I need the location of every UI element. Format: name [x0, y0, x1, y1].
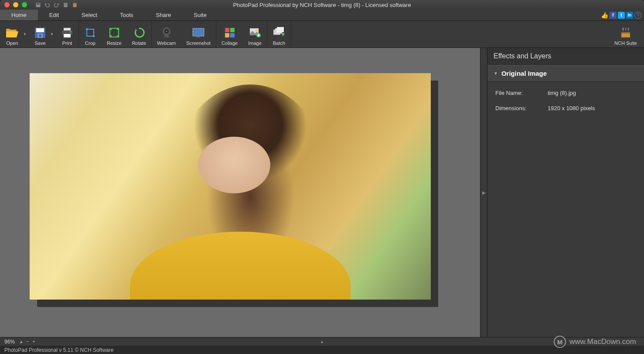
save-dropdown[interactable]: ▼ — [50, 22, 54, 47]
image-canvas[interactable] — [30, 73, 431, 300]
rotate-label: Rotate — [132, 40, 146, 46]
svg-rect-22 — [193, 28, 204, 36]
collage-label: Collage — [221, 40, 238, 46]
folder-open-icon — [5, 26, 19, 39]
tab-select[interactable]: Select — [70, 10, 109, 20]
undo-icon[interactable] — [44, 2, 51, 8]
panel-title: Effects and Layers — [487, 48, 644, 65]
webcam-label: Webcam — [157, 40, 176, 46]
save-label: Save — [34, 40, 45, 46]
facebook-icon[interactable]: f — [610, 12, 617, 19]
dimensions-row: Dimensions: 1920 x 1080 pixels — [487, 101, 644, 116]
resize-label: Resize — [107, 40, 122, 46]
canvas-area[interactable] — [0, 48, 480, 337]
svg-rect-1 — [37, 3, 40, 4]
svg-rect-13 — [64, 34, 71, 37]
workspace: ▶ Effects and Layers ▼ Original Image Fi… — [0, 48, 644, 337]
svg-rect-27 — [230, 33, 235, 37]
image-button[interactable]: Image — [243, 22, 267, 47]
ribbon-toolbar: Open ▼ Save ▼ Print Crop Resize Rotate W… — [0, 21, 644, 48]
help-icon[interactable]: ? — [634, 12, 641, 19]
webcam-button[interactable]: Webcam — [152, 22, 181, 47]
screenshot-label: Screenshot — [186, 40, 211, 46]
titlebar: PhotoPad Professional by NCH Software - … — [0, 0, 644, 10]
save-icon — [34, 26, 46, 39]
close-window-button[interactable] — [4, 2, 10, 7]
tab-tools[interactable]: Tools — [109, 10, 144, 20]
print-label: Print — [62, 40, 72, 46]
file-name-label: File Name: — [495, 90, 548, 96]
tab-share[interactable]: Share — [145, 10, 183, 20]
crop-label: Crop — [85, 40, 95, 46]
rotate-icon — [133, 26, 145, 39]
image-label: Image — [248, 40, 262, 46]
twitter-icon[interactable]: t — [618, 12, 625, 19]
batch-icon — [273, 26, 286, 39]
svg-point-10 — [39, 34, 41, 37]
zoom-fit-icon[interactable]: ▴ — [20, 339, 23, 344]
maximize-window-button[interactable] — [22, 2, 27, 7]
svg-point-21 — [166, 30, 167, 32]
zoom-in-button[interactable]: + — [32, 339, 35, 344]
chevron-right-icon: ▶ — [482, 190, 486, 195]
screenshot-button[interactable]: Screenshot — [181, 22, 216, 47]
svg-rect-23 — [196, 36, 201, 37]
minimize-window-button[interactable] — [13, 2, 18, 7]
doc-icon[interactable] — [62, 2, 69, 8]
window-title: PhotoPad Professional by NCH Software - … — [0, 2, 644, 8]
save-button[interactable]: Save — [29, 22, 51, 47]
linkedin-icon[interactable]: in — [626, 12, 633, 19]
redo-icon[interactable] — [53, 2, 60, 8]
suite-label: NCH Suite — [614, 40, 637, 46]
svg-rect-25 — [230, 28, 235, 32]
dimensions-label: Dimensions: — [495, 105, 548, 111]
zoom-controls: ▴ − + — [20, 339, 35, 344]
screenshot-icon — [192, 26, 205, 39]
svg-rect-4 — [65, 4, 67, 4]
batch-button[interactable]: Batch — [267, 22, 291, 47]
dimensions-value: 1920 x 1080 pixels — [548, 105, 636, 111]
tab-suite[interactable]: Suite — [182, 10, 218, 20]
collapse-up-icon[interactable]: ▲ — [320, 339, 324, 344]
svg-rect-5 — [73, 3, 76, 7]
menubar: Home Edit Select Tools Share Suite 👍 f t… — [0, 10, 644, 21]
print-icon — [61, 26, 73, 39]
like-icon[interactable]: 👍 — [601, 12, 608, 19]
zoom-out-button[interactable]: − — [26, 339, 29, 344]
section-label: Original Image — [501, 70, 547, 77]
svg-rect-15 — [87, 29, 94, 36]
status-bar: PhotoPad Professional v 5.11 © NCH Softw… — [0, 346, 644, 354]
resize-button[interactable]: Resize — [102, 22, 127, 47]
collage-button[interactable]: Collage — [216, 22, 243, 47]
print-button[interactable]: Print — [56, 22, 78, 47]
svg-point-29 — [256, 30, 257, 31]
open-dropdown[interactable]: ▼ — [23, 22, 27, 47]
svg-rect-2 — [64, 3, 67, 7]
toolbox-icon — [620, 26, 632, 39]
collapse-triangle-icon: ▼ — [494, 71, 498, 76]
original-image-section[interactable]: ▼ Original Image — [487, 65, 644, 82]
effects-panel: Effects and Layers ▼ Original Image File… — [487, 48, 644, 337]
quick-toolbar — [35, 2, 78, 8]
webcam-icon — [161, 26, 172, 39]
svg-rect-6 — [74, 2, 76, 3]
zoom-bar: 96% ▴ − + ▲ — [0, 337, 644, 346]
status-text: PhotoPad Professional v 5.11 © NCH Softw… — [4, 347, 113, 353]
tab-edit[interactable]: Edit — [38, 10, 70, 20]
svg-rect-8 — [36, 28, 44, 32]
clipboard-icon[interactable] — [72, 2, 78, 8]
social-links: 👍 f t in ? — [601, 10, 644, 20]
nch-suite-button[interactable]: NCH Suite — [609, 22, 644, 47]
save-quick-icon[interactable] — [35, 2, 41, 8]
sidebar-collapse-handle[interactable]: ▶ — [480, 48, 487, 337]
batch-label: Batch — [273, 40, 285, 46]
open-label: Open — [7, 40, 18, 46]
file-name-value: timg (8).jpg — [548, 90, 636, 96]
resize-icon — [108, 26, 120, 39]
tab-home[interactable]: Home — [0, 10, 38, 20]
rotate-button[interactable]: Rotate — [127, 22, 151, 47]
open-button[interactable]: Open — [0, 22, 24, 47]
crop-button[interactable]: Crop — [79, 22, 102, 47]
svg-rect-17 — [93, 35, 95, 37]
file-name-row: File Name: timg (8).jpg — [487, 85, 644, 101]
